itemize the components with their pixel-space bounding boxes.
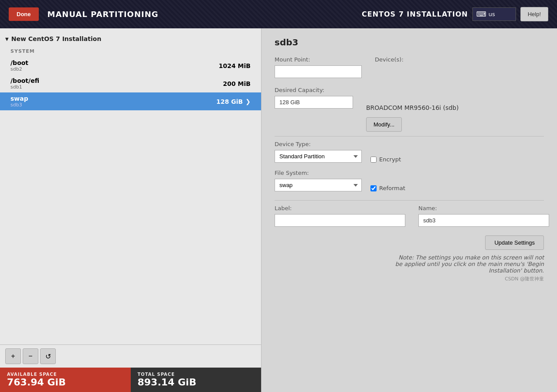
available-space-label: AVAILABLE SPACE [7, 372, 124, 377]
encrypt-checkbox[interactable] [370, 157, 377, 163]
partition-size: 128 GiB ❯ [216, 98, 251, 105]
divider [275, 136, 544, 136]
partition-device: sdb3 [10, 102, 28, 108]
devices-section: Device(s): [375, 56, 544, 78]
partition-size: 1024 MiB [219, 62, 251, 69]
refresh-button[interactable]: ↺ [40, 348, 56, 364]
installation-header[interactable]: ▼ New CentOS 7 Installation [0, 32, 261, 46]
total-space: TOTAL SPACE 893.14 GiB [131, 368, 262, 392]
topbar-right: CENTOS 7 INSTALLATION ⌨ us Help! [362, 7, 548, 21]
main-content: ▼ New CentOS 7 Installation SYSTEM /boot… [0, 28, 557, 392]
partition-device: sdb2 [10, 66, 28, 72]
topbar: Done MANUAL PARTITIONING CENTOS 7 INSTAL… [0, 0, 557, 28]
divider-2 [275, 200, 544, 201]
encrypt-label: Encrypt [379, 156, 401, 163]
keyboard-input[interactable]: ⌨ us [472, 7, 516, 21]
reformat-label: Reformat [379, 185, 405, 191]
keyboard-icon: ⌨ [476, 10, 486, 18]
mount-point-input[interactable] [275, 65, 362, 78]
filesystem-group: File System: swap ext4 ext3 xfs vfat [275, 170, 362, 191]
partition-size-value: 128 GiB [216, 98, 243, 105]
partition-row-swap[interactable]: swap sdb3 128 GiB ❯ [0, 92, 261, 110]
device-type-select[interactable]: Standard Partition LVM RAID LVM Thin Pro… [275, 150, 362, 163]
total-space-value: 893.14 GiB [138, 377, 255, 388]
partition-device: sdb1 [10, 84, 39, 90]
device-name: BROADCOM MR9560-16i (sdb) [366, 104, 544, 111]
partition-name: /boot/efi [10, 77, 39, 84]
partition-size-value: 1024 MiB [219, 62, 251, 69]
keyboard-value: us [489, 11, 495, 17]
desired-capacity-group: Desired Capacity: [275, 87, 353, 132]
installation-group-name: New CentOS 7 Installation [11, 35, 102, 42]
partition-name: swap [10, 95, 28, 102]
label-input[interactable] [275, 214, 405, 227]
watermark: CSDN @隆世神童 [275, 276, 544, 282]
remove-partition-button[interactable]: − [23, 348, 38, 364]
available-space: AVAILABLE SPACE 763.94 GiB [0, 368, 131, 392]
section-label: SYSTEM [0, 46, 261, 57]
partition-info: /boot sdb2 [10, 59, 28, 72]
filesystem-select[interactable]: swap ext4 ext3 xfs vfat [275, 179, 362, 191]
device-type-label: Device Type: [275, 141, 362, 147]
filesystem-label: File System: [275, 170, 362, 176]
partition-info: swap sdb3 [10, 95, 28, 108]
space-info: AVAILABLE SPACE 763.94 GiB TOTAL SPACE 8… [0, 368, 261, 392]
note-text: Note: The settings you make on this scre… [275, 254, 544, 274]
device-name-container: BROADCOM MR9560-16i (sdb) Modify... [366, 87, 544, 132]
topbar-left: Done MANUAL PARTITIONING [9, 7, 159, 21]
collapse-arrow-icon: ▼ [5, 37, 9, 41]
encrypt-group: Encrypt [370, 156, 401, 163]
mount-point-group: Mount Point: [275, 56, 362, 78]
partition-row-boot[interactable]: /boot sdb2 1024 MiB [0, 57, 261, 75]
add-partition-button[interactable]: + [5, 348, 21, 364]
done-button[interactable]: Done [9, 7, 39, 21]
chevron-right-icon: ❯ [245, 98, 251, 105]
capacity-row: Desired Capacity: BROADCOM MR9560-16i (s… [275, 87, 544, 132]
centos-title: CENTOS 7 INSTALLATION [362, 10, 468, 18]
partition-list: ▼ New CentOS 7 Installation SYSTEM /boot… [0, 28, 261, 344]
desired-capacity-input[interactable] [275, 96, 353, 109]
left-toolbar: + − ↺ [0, 344, 261, 368]
topbar-title: MANUAL PARTITIONING [48, 10, 159, 19]
partition-info: /boot/efi sdb1 [10, 77, 39, 90]
label-field-label: Label: [275, 205, 405, 211]
device-type-row: Device Type: Standard Partition LVM RAID… [275, 141, 544, 163]
modify-button[interactable]: Modify... [366, 117, 402, 132]
name-group: Name: [418, 205, 549, 227]
update-settings-container: Update Settings [275, 235, 544, 250]
label-group: Label: [275, 205, 405, 227]
partition-name: /boot [10, 59, 28, 66]
installation-group: ▼ New CentOS 7 Installation SYSTEM /boot… [0, 32, 261, 110]
left-panel: ▼ New CentOS 7 Installation SYSTEM /boot… [0, 28, 262, 392]
update-settings-button[interactable]: Update Settings [485, 235, 544, 250]
name-input[interactable] [418, 214, 549, 227]
devices-label: Device(s): [375, 56, 544, 63]
right-panel: sdb3 Mount Point: Device(s): Desired Cap… [262, 28, 557, 392]
reformat-group: Reformat [370, 185, 405, 191]
partition-size: 200 MiB [223, 80, 251, 87]
device-type-group: Device Type: Standard Partition LVM RAID… [275, 141, 362, 163]
mount-point-label: Mount Point: [275, 56, 362, 63]
partition-title: sdb3 [275, 37, 544, 48]
name-field-label: Name: [418, 205, 549, 211]
available-space-value: 763.94 GiB [7, 377, 124, 388]
filesystem-row: File System: swap ext4 ext3 xfs vfat Ref… [275, 170, 544, 191]
partition-size-value: 200 MiB [223, 80, 251, 87]
reformat-checkbox[interactable] [370, 185, 377, 191]
desired-capacity-label: Desired Capacity: [275, 87, 353, 93]
partition-row-boot-efi[interactable]: /boot/efi sdb1 200 MiB [0, 75, 261, 92]
help-button[interactable]: Help! [520, 7, 548, 21]
total-space-label: TOTAL SPACE [138, 372, 255, 377]
mount-device-row: Mount Point: Device(s): [275, 56, 544, 78]
bottom-fields-row: Label: Name: [275, 205, 544, 227]
